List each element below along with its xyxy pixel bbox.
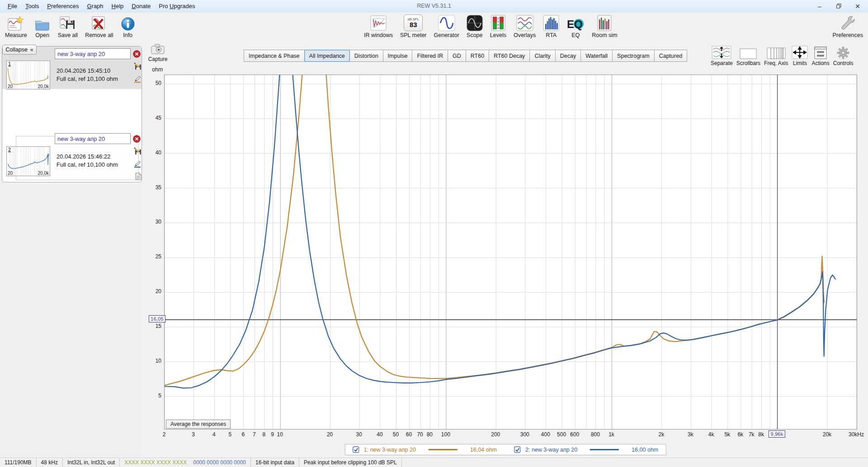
- status-segment: Peak input before clipping 100 dB SPL: [299, 458, 401, 467]
- tab-impulse[interactable]: Impulse: [383, 50, 413, 62]
- menu-graph[interactable]: Graph: [83, 1, 107, 11]
- delete-measurement-button[interactable]: [132, 135, 141, 143]
- toolbar-button-preferences[interactable]: Preferences: [830, 13, 865, 39]
- x-tick-label: 20: [327, 431, 333, 438]
- toolbar-button-generator[interactable]: Generator: [432, 13, 462, 39]
- menu-pro-upgrades[interactable]: Pro Upgrades: [155, 1, 199, 11]
- menu-tools[interactable]: Tools: [21, 1, 43, 11]
- status-text: 0000 0000 0000 0000: [193, 459, 246, 466]
- toolbar-button-eq[interactable]: EQEQ: [564, 13, 587, 39]
- toolbar-button-info[interactable]: Info: [118, 13, 137, 39]
- menu-preferences[interactable]: Preferences: [43, 1, 83, 11]
- save-trace-icon[interactable]: [133, 62, 142, 70]
- legend-value: 16,04 ohm: [470, 447, 497, 453]
- legend-checkbox[interactable]: [514, 446, 521, 453]
- tab-waterfall[interactable]: Waterfall: [580, 50, 613, 62]
- toolbar-button-ir-windows[interactable]: IR windows: [362, 13, 395, 39]
- toolbar-button-save-all[interactable]: Save all: [56, 13, 80, 39]
- y-tick-label: 15: [142, 323, 161, 329]
- measure-icon: [8, 14, 24, 31]
- toolbar-group-right: Preferences: [830, 13, 865, 39]
- toolbar-button-spl-meter[interactable]: dB SPL83SPL meter: [398, 13, 429, 39]
- toolbar-button-room-sim[interactable]: Room sim: [590, 13, 619, 39]
- legend-line-swatch: [429, 449, 458, 450]
- measurement-details: Full cal, ref 10,100 ohm: [57, 75, 118, 82]
- status-text: 48 kHz: [41, 459, 58, 466]
- menu-file[interactable]: File: [4, 1, 21, 11]
- x-tick-label: 5: [229, 431, 232, 438]
- x-tick-label: 2: [163, 431, 166, 438]
- y-tick-label: 50: [142, 80, 161, 86]
- tab-filtered-ir[interactable]: Filtered IR: [412, 50, 448, 62]
- graph-control-controls[interactable]: Controls: [833, 47, 854, 66]
- legend: 1: new 3-way апр 2016,04 ohm2: new 3-way…: [345, 444, 666, 455]
- graph-control-scrollbars[interactable]: Scrollbars: [736, 47, 760, 66]
- impedance-plot[interactable]: [164, 75, 857, 430]
- tab-captured[interactable]: Captured: [654, 50, 687, 62]
- toolbar-button-scope[interactable]: Scope: [464, 13, 485, 39]
- graph-control-limits[interactable]: Limits: [792, 47, 808, 66]
- window-title: REW V5.31.1: [417, 3, 451, 9]
- minimize-button[interactable]: –: [810, 0, 829, 12]
- ir-windows-icon: [370, 14, 387, 31]
- legend-line-swatch: [590, 449, 619, 450]
- measurement-thumbnail[interactable]: 22020,0k: [6, 146, 50, 176]
- save-trace-icon[interactable]: [133, 147, 142, 155]
- graph-control-separate[interactable]: Separate: [711, 47, 733, 66]
- toolbar-button-rta[interactable]: RTA: [541, 13, 561, 39]
- tab-impedance-phase[interactable]: Impedance & Phase: [244, 50, 305, 62]
- tab-distortion[interactable]: Distortion: [349, 50, 383, 62]
- menu-help[interactable]: Help: [108, 1, 128, 11]
- graph-control-label: Actions: [811, 60, 829, 66]
- toolbar-button-label: Save all: [58, 32, 78, 38]
- tab-decay[interactable]: Decay: [555, 50, 581, 62]
- menu-donate[interactable]: Donate: [127, 1, 155, 11]
- collapse-button[interactable]: Collapse «: [2, 45, 37, 55]
- tab-rt60[interactable]: RT60: [466, 50, 489, 62]
- tab-gd[interactable]: GD: [448, 50, 466, 62]
- tab-rt60-decay[interactable]: RT60 Decay: [489, 50, 530, 62]
- measurement-thumbnail[interactable]: 12020,0k: [6, 61, 50, 89]
- status-bar: 111/190MB48 kHzInt32L in, Int32L outXXXX…: [0, 458, 868, 467]
- measurement-card-2[interactable]: 22020,0k20.04.2026 15:46:22Full cal, ref…: [2, 89, 142, 140]
- tab-clarity[interactable]: Clarity: [529, 50, 555, 62]
- close-button[interactable]: ✕: [848, 0, 867, 12]
- measurement-name-input[interactable]: [55, 48, 131, 59]
- impedance-plot-svg[interactable]: [165, 75, 857, 429]
- x-tick-label: 100: [441, 431, 450, 438]
- toolbar-button-measure[interactable]: Measure: [3, 13, 29, 39]
- toolbar-button-levels[interactable]: 0369Levels: [488, 13, 509, 39]
- graph-tabs: Impedance & PhaseAll ImpedanceDistortion…: [244, 50, 687, 62]
- toolbar-button-remove-all[interactable]: Remove all: [83, 13, 116, 39]
- x-tick-label: 60: [406, 431, 412, 438]
- rta-icon: [543, 14, 559, 31]
- camera-icon: [151, 43, 165, 56]
- graph-control-actions[interactable]: Actions: [811, 47, 829, 66]
- delete-measurement-button[interactable]: [132, 50, 141, 58]
- tab-all-impedance[interactable]: All Impedance: [304, 50, 350, 62]
- measurement-datetime: 20.04.2026 15:45:10: [57, 67, 110, 74]
- svg-text:E: E: [567, 18, 574, 30]
- restore-icon: [836, 4, 841, 9]
- maximize-button[interactable]: [829, 0, 848, 12]
- trace-settings-pen-icon[interactable]: [133, 75, 142, 83]
- cursor-y-readout: 16,05: [149, 315, 165, 322]
- toolbar-button-label: Scope: [467, 32, 482, 38]
- toolbar-button-label: RTA: [546, 32, 557, 38]
- x-tick-label: 600: [570, 431, 579, 438]
- notes-icon[interactable]: [134, 172, 142, 180]
- scope-icon: [467, 14, 483, 31]
- x-tick-label: 50: [393, 431, 399, 438]
- capture-button[interactable]: Capture: [146, 43, 169, 64]
- average-responses-button[interactable]: Average the responses: [166, 420, 231, 429]
- toolbar-button-open[interactable]: Open: [32, 13, 53, 39]
- tab-spectrogram[interactable]: Spectrogram: [612, 50, 655, 62]
- x-tick-label: 20k: [823, 431, 831, 438]
- measurement-panel: 12020,0k20.04.2026 15:45:10Full cal, ref…: [2, 46, 142, 182]
- legend-checkbox[interactable]: [353, 446, 359, 453]
- measurement-datetime: 20.04.2026 15:46:22: [57, 153, 110, 160]
- trace-settings-pen-icon[interactable]: [133, 159, 142, 168]
- toolbar-button-overlays[interactable]: Overlays: [511, 13, 538, 39]
- graph-control-freq-axis[interactable]: Freq. Axis: [764, 47, 788, 66]
- measurement-name-input[interactable]: [55, 133, 131, 144]
